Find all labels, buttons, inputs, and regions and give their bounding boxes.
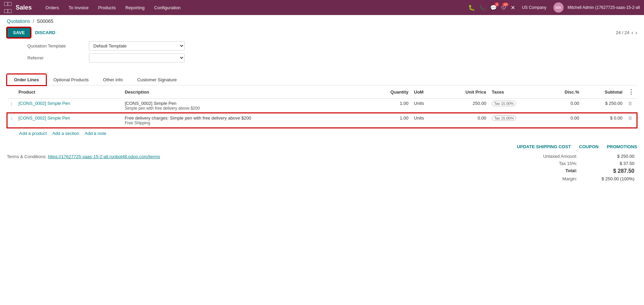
delete-icon[interactable]: 🗑 — [628, 101, 632, 106]
add-section-link[interactable]: Add a section — [52, 131, 79, 136]
col-subtotal: Subtotal — [582, 85, 625, 99]
table-header-row: Product Description Quantity UoM Unit Pr… — [7, 85, 637, 99]
tax-badge[interactable]: Tax 15.00% — [492, 101, 516, 106]
description-line2: Free Shipping — [125, 121, 365, 125]
tab-other-info[interactable]: Other Info — [96, 74, 130, 85]
description-line1: [CONS_0002] Simple Pen — [125, 101, 365, 106]
drag-handle-icon[interactable]: ↕ — [10, 101, 13, 107]
breadcrumb-separator: / — [33, 18, 34, 24]
product-link[interactable]: [CONS_0002] Simple Pen — [18, 101, 70, 106]
tab-customer-signature[interactable]: Customer Signature — [130, 74, 184, 85]
margin-value: $ 250.00 (100%) — [580, 175, 637, 182]
quotation-template-input-wrap: Default Template — [89, 41, 185, 51]
avatar: MA — [553, 2, 564, 13]
col-quantity: Quantity — [367, 85, 411, 99]
drag-handle-icon[interactable]: ↕ — [10, 115, 13, 121]
top-navigation: □□□□ Sales Orders To Invoice Products Re… — [0, 0, 644, 15]
quotation-template-select[interactable]: Default Template — [89, 41, 185, 51]
activity-badge: 40 — [502, 2, 509, 6]
action-bar: SAVE DISCARD 24 / 24 ‹ › — [0, 26, 644, 41]
col-disc: Disc.% — [544, 85, 582, 99]
next-page-arrow[interactable]: › — [635, 30, 637, 36]
save-button[interactable]: SAVE — [7, 27, 31, 38]
quotation-template-label: Quotation Template — [27, 43, 89, 48]
nav-right: 🐛 📞 💬 2 ⏱ 40 ✕ US Company MA Mitchell Ad… — [468, 2, 640, 13]
tabs: Order Lines Optional Products Other Info… — [7, 74, 637, 85]
company-name: US Company — [522, 5, 546, 10]
table-options-icon[interactable]: ⋮ — [628, 88, 634, 95]
total-row: Total: $ 287.50 — [521, 167, 637, 175]
tax-cell: Tax 15.00% — [489, 113, 545, 128]
description-cell: [CONS_0002] Simple Pen Simple pen with f… — [122, 99, 368, 113]
breadcrumb-current: S00065 — [37, 18, 53, 24]
prev-page-arrow[interactable]: ‹ — [631, 30, 633, 36]
margin-label: Margin: — [521, 175, 580, 182]
add-product-link[interactable]: Add a product — [19, 131, 47, 136]
quantity-cell: 1.00 — [367, 99, 411, 113]
untaxed-label: Untaxed Amount: — [521, 153, 580, 160]
breadcrumb-parent[interactable]: Quotations — [7, 18, 30, 24]
uom-cell: Units — [411, 113, 440, 128]
table-row: ↕ [CONS_0002] Simple Pen Free delivery c… — [7, 113, 637, 128]
nav-products[interactable]: Products — [94, 3, 120, 12]
terms-label: Terms & Conditions: — [7, 154, 47, 159]
main-content: Quotations / S00065 SAVE DISCARD 24 / 24… — [0, 15, 644, 305]
add-note-link[interactable]: Add a note — [85, 131, 106, 136]
totals-section: Terms & Conditions: https://17627725-saa… — [0, 149, 644, 186]
order-lines-table-wrap: Product Description Quantity UoM Unit Pr… — [0, 85, 644, 128]
activity-icon[interactable]: ⏱ 40 — [501, 4, 507, 11]
col-taxes: Taxes — [489, 85, 545, 99]
bottom-action-buttons: UPDATE SHIPPING COST COUPON PROMOTIONS — [0, 139, 644, 149]
delete-cell: 🗑 — [625, 113, 637, 128]
col-handle — [7, 85, 16, 99]
col-product: Product — [16, 85, 122, 99]
tax-label: Tax 15%: — [521, 160, 580, 167]
pagination: 24 / 24 ‹ › — [616, 30, 637, 36]
disc-cell: 0.00 — [544, 99, 582, 113]
delete-cell: 🗑 — [625, 99, 637, 113]
description-line2: Simple pen with free delivery above $200 — [125, 106, 365, 111]
update-shipping-button[interactable]: UPDATE SHIPPING COST — [517, 144, 571, 149]
untaxed-amount-row: Untaxed Amount: $ 250.00 — [521, 153, 637, 160]
total-value: $ 287.50 — [580, 167, 637, 175]
breadcrumb: Quotations / S00065 — [0, 15, 644, 26]
product-cell: [CONS_0002] Simple Pen — [16, 99, 122, 113]
tabs-section: Order Lines Optional Products Other Info… — [0, 69, 644, 85]
nav-orders[interactable]: Orders — [41, 3, 63, 12]
row-handle-cell: ↕ — [7, 113, 16, 128]
unit-price-cell: 0.00 — [440, 113, 489, 128]
delete-icon[interactable]: 🗑 — [628, 115, 632, 121]
tax-badge[interactable]: Tax 15.00% — [492, 115, 516, 121]
subtotal-cell: $ 250.00 — [582, 99, 625, 113]
nav-to-invoice[interactable]: To Invoice — [65, 3, 93, 12]
nav-reporting[interactable]: Reporting — [121, 3, 148, 12]
referrer-label: Referrer — [27, 55, 89, 60]
grid-icon[interactable]: □□□□ — [4, 0, 12, 15]
totals-table-wrap: Untaxed Amount: $ 250.00 Tax 15%: $ 37.5… — [521, 153, 637, 182]
product-link[interactable]: [CONS_0002] Simple Pen — [18, 115, 70, 121]
disc-cell: 0.00 — [544, 113, 582, 128]
col-description: Description — [122, 85, 368, 99]
tax-cell: Tax 15.00% — [489, 99, 545, 113]
row-handle-cell: ↕ — [7, 99, 16, 113]
referrer-select[interactable] — [89, 53, 185, 63]
tab-order-lines[interactable]: Order Lines — [7, 74, 46, 85]
coupon-button[interactable]: COUPON — [579, 144, 599, 149]
promotions-button[interactable]: PROMOTIONS — [607, 144, 637, 149]
settings-icon[interactable]: ✕ — [511, 4, 515, 11]
phone-icon[interactable]: 📞 — [479, 4, 486, 11]
discard-button[interactable]: DISCARD — [35, 30, 55, 35]
totals-table: Untaxed Amount: $ 250.00 Tax 15%: $ 37.5… — [521, 153, 637, 182]
table-row: ↕ [CONS_0002] Simple Pen [CONS_0002] Sim… — [7, 99, 637, 113]
nav-configuration[interactable]: Configuration — [150, 3, 185, 12]
description-cell: Free delivery charges: Simple pen with f… — [122, 113, 368, 128]
terms-link[interactable]: https://17627725-saas-15-2-all.runbot48.… — [48, 154, 160, 159]
referrer-input-wrap — [89, 53, 185, 63]
uom-cell: Units — [411, 99, 440, 113]
chat-icon[interactable]: 💬 2 — [490, 4, 497, 11]
terms-section: Terms & Conditions: https://17627725-saa… — [7, 153, 160, 159]
tab-optional-products[interactable]: Optional Products — [46, 74, 96, 85]
col-unit-price: Unit Price — [440, 85, 489, 99]
debug-icon[interactable]: 🐛 — [468, 4, 475, 11]
user-name: Mitchell Admin (17627725-saas-15-2-all — [568, 5, 640, 10]
